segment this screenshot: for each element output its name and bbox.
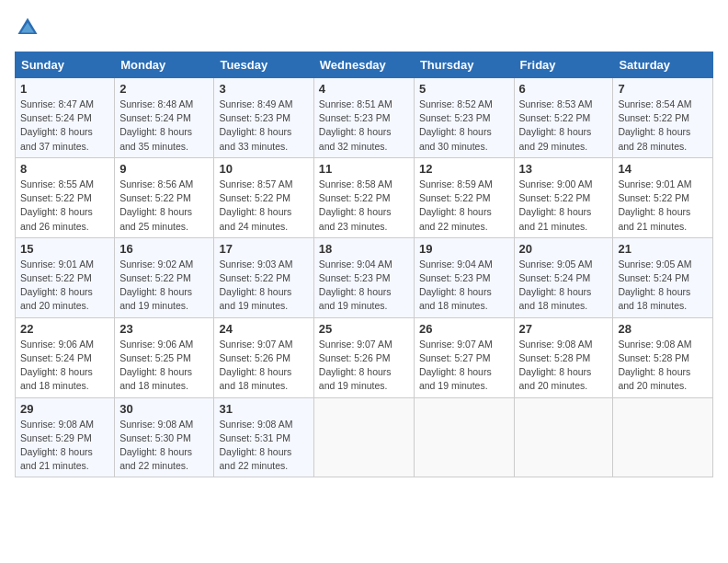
day-info: Sunrise: 8:56 AM Sunset: 5:22 PM Dayligh… [119,178,209,234]
calendar-cell: 22 Sunrise: 9:06 AM Sunset: 5:24 PM Dayl… [16,317,115,397]
calendar-cell: 21 Sunrise: 9:05 AM Sunset: 5:24 PM Dayl… [613,237,713,317]
calendar-cell: 29 Sunrise: 9:08 AM Sunset: 5:29 PM Dayl… [16,397,115,477]
calendar-cell: 18 Sunrise: 9:04 AM Sunset: 5:23 PM Dayl… [313,237,414,317]
calendar-cell [514,397,613,477]
calendar-week-3: 15 Sunrise: 9:01 AM Sunset: 5:22 PM Dayl… [16,237,713,317]
day-info: Sunrise: 9:04 AM Sunset: 5:23 PM Dayligh… [319,258,409,314]
calendar-cell: 17 Sunrise: 9:03 AM Sunset: 5:22 PM Dayl… [214,237,313,317]
day-number: 4 [319,82,409,96]
logo [15,15,44,40]
calendar-cell [414,397,514,477]
day-number: 24 [219,322,308,336]
day-info: Sunrise: 9:01 AM Sunset: 5:22 PM Dayligh… [618,178,708,234]
day-info: Sunrise: 8:54 AM Sunset: 5:22 PM Dayligh… [618,98,708,154]
day-number: 9 [119,162,209,176]
day-number: 14 [618,162,708,176]
calendar-cell: 15 Sunrise: 9:01 AM Sunset: 5:22 PM Dayl… [16,237,115,317]
weekday-header-tuesday: Tuesday [214,52,313,78]
calendar-cell: 24 Sunrise: 9:07 AM Sunset: 5:26 PM Dayl… [214,317,313,397]
day-info: Sunrise: 9:02 AM Sunset: 5:22 PM Dayligh… [119,258,209,314]
calendar-cell: 11 Sunrise: 8:58 AM Sunset: 5:22 PM Dayl… [313,157,414,237]
calendar-cell: 28 Sunrise: 9:08 AM Sunset: 5:28 PM Dayl… [613,317,713,397]
day-info: Sunrise: 8:57 AM Sunset: 5:22 PM Dayligh… [219,178,308,234]
calendar-table: SundayMondayTuesdayWednesdayThursdayFrid… [15,52,713,477]
day-number: 6 [519,82,609,96]
day-info: Sunrise: 9:08 AM Sunset: 5:28 PM Dayligh… [618,338,708,394]
calendar-cell: 3 Sunrise: 8:49 AM Sunset: 5:23 PM Dayli… [214,78,313,158]
calendar-cell: 27 Sunrise: 9:08 AM Sunset: 5:28 PM Dayl… [514,317,613,397]
calendar-week-1: 1 Sunrise: 8:47 AM Sunset: 5:24 PM Dayli… [16,78,713,158]
calendar-cell: 16 Sunrise: 9:02 AM Sunset: 5:22 PM Dayl… [115,237,214,317]
day-info: Sunrise: 8:53 AM Sunset: 5:22 PM Dayligh… [519,98,609,154]
calendar-cell: 7 Sunrise: 8:54 AM Sunset: 5:22 PM Dayli… [613,78,713,158]
weekday-header-wednesday: Wednesday [313,52,414,78]
day-info: Sunrise: 8:55 AM Sunset: 5:22 PM Dayligh… [20,178,109,234]
day-info: Sunrise: 9:07 AM Sunset: 5:27 PM Dayligh… [419,338,509,394]
calendar-cell: 1 Sunrise: 8:47 AM Sunset: 5:24 PM Dayli… [16,78,115,158]
calendar-cell: 13 Sunrise: 9:00 AM Sunset: 5:22 PM Dayl… [514,157,613,237]
weekday-header-sunday: Sunday [16,52,115,78]
calendar-cell [613,397,713,477]
logo-icon [15,15,40,40]
day-number: 16 [119,242,209,256]
calendar-cell: 2 Sunrise: 8:48 AM Sunset: 5:24 PM Dayli… [115,78,214,158]
day-number: 27 [519,322,609,336]
calendar-cell: 26 Sunrise: 9:07 AM Sunset: 5:27 PM Dayl… [414,317,514,397]
calendar-week-2: 8 Sunrise: 8:55 AM Sunset: 5:22 PM Dayli… [16,157,713,237]
day-number: 19 [419,242,509,256]
day-number: 11 [319,162,409,176]
day-number: 1 [20,82,109,96]
day-info: Sunrise: 8:48 AM Sunset: 5:24 PM Dayligh… [119,98,209,154]
weekday-header-thursday: Thursday [414,52,514,78]
day-info: Sunrise: 9:07 AM Sunset: 5:26 PM Dayligh… [319,338,409,394]
calendar-cell: 9 Sunrise: 8:56 AM Sunset: 5:22 PM Dayli… [115,157,214,237]
day-number: 30 [119,402,209,416]
day-number: 12 [419,162,509,176]
calendar-cell: 4 Sunrise: 8:51 AM Sunset: 5:23 PM Dayli… [313,78,414,158]
day-number: 29 [20,402,109,416]
calendar-cell: 31 Sunrise: 9:08 AM Sunset: 5:31 PM Dayl… [214,397,313,477]
calendar-cell: 25 Sunrise: 9:07 AM Sunset: 5:26 PM Dayl… [313,317,414,397]
day-info: Sunrise: 9:06 AM Sunset: 5:25 PM Dayligh… [119,338,209,394]
day-info: Sunrise: 8:52 AM Sunset: 5:23 PM Dayligh… [419,98,509,154]
calendar-header-row: SundayMondayTuesdayWednesdayThursdayFrid… [16,52,713,78]
day-number: 28 [618,322,708,336]
day-number: 23 [119,322,209,336]
day-number: 21 [618,242,708,256]
day-info: Sunrise: 9:05 AM Sunset: 5:24 PM Dayligh… [519,258,609,314]
day-info: Sunrise: 9:08 AM Sunset: 5:30 PM Dayligh… [119,418,209,474]
day-number: 18 [319,242,409,256]
day-number: 10 [219,162,308,176]
day-info: Sunrise: 9:08 AM Sunset: 5:29 PM Dayligh… [20,418,109,474]
calendar-cell: 30 Sunrise: 9:08 AM Sunset: 5:30 PM Dayl… [115,397,214,477]
day-number: 20 [519,242,609,256]
day-info: Sunrise: 9:08 AM Sunset: 5:31 PM Dayligh… [219,418,308,474]
day-info: Sunrise: 9:07 AM Sunset: 5:26 PM Dayligh… [219,338,308,394]
day-info: Sunrise: 9:01 AM Sunset: 5:22 PM Dayligh… [20,258,109,314]
day-number: 13 [519,162,609,176]
calendar-cell: 5 Sunrise: 8:52 AM Sunset: 5:23 PM Dayli… [414,78,514,158]
day-info: Sunrise: 9:08 AM Sunset: 5:28 PM Dayligh… [519,338,609,394]
calendar-cell: 8 Sunrise: 8:55 AM Sunset: 5:22 PM Dayli… [16,157,115,237]
day-info: Sunrise: 8:51 AM Sunset: 5:23 PM Dayligh… [319,98,409,154]
day-info: Sunrise: 9:00 AM Sunset: 5:22 PM Dayligh… [519,178,609,234]
day-number: 25 [319,322,409,336]
calendar-cell [313,397,414,477]
calendar-cell: 19 Sunrise: 9:04 AM Sunset: 5:23 PM Dayl… [414,237,514,317]
day-info: Sunrise: 8:58 AM Sunset: 5:22 PM Dayligh… [319,178,409,234]
calendar-cell: 6 Sunrise: 8:53 AM Sunset: 5:22 PM Dayli… [514,78,613,158]
day-info: Sunrise: 8:49 AM Sunset: 5:23 PM Dayligh… [219,98,308,154]
weekday-header-saturday: Saturday [613,52,713,78]
day-info: Sunrise: 8:47 AM Sunset: 5:24 PM Dayligh… [20,98,109,154]
day-info: Sunrise: 9:04 AM Sunset: 5:23 PM Dayligh… [419,258,509,314]
page-header [15,15,713,40]
day-number: 7 [618,82,708,96]
calendar-cell: 10 Sunrise: 8:57 AM Sunset: 5:22 PM Dayl… [214,157,313,237]
weekday-header-friday: Friday [514,52,613,78]
calendar-week-5: 29 Sunrise: 9:08 AM Sunset: 5:29 PM Dayl… [16,397,713,477]
calendar-cell: 23 Sunrise: 9:06 AM Sunset: 5:25 PM Dayl… [115,317,214,397]
day-number: 5 [419,82,509,96]
calendar-week-4: 22 Sunrise: 9:06 AM Sunset: 5:24 PM Dayl… [16,317,713,397]
day-info: Sunrise: 9:06 AM Sunset: 5:24 PM Dayligh… [20,338,109,394]
day-number: 31 [219,402,308,416]
